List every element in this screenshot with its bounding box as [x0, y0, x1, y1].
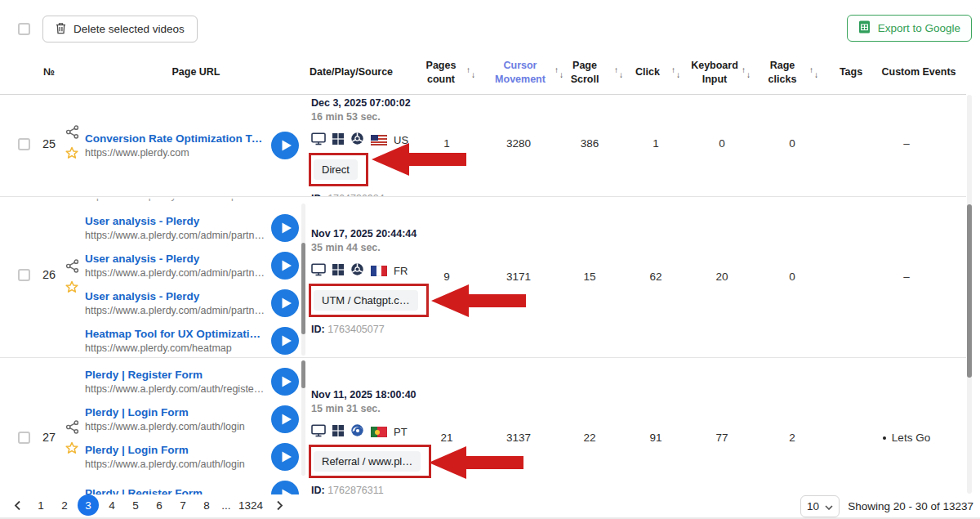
page-title-link[interactable]: User analysis - Plerdy — [85, 253, 266, 265]
table-row: 27 Plerdy | Register Form https://www.a.… — [0, 357, 966, 494]
export-to-google-button[interactable]: Export to Google — [847, 15, 972, 42]
rage-clicks-value: 0 — [768, 271, 817, 283]
row-checkbox[interactable] — [18, 269, 30, 281]
page-title-link[interactable]: Plerdy | Login Form — [85, 406, 266, 418]
sort-icon[interactable] — [670, 65, 684, 82]
click-value: 1 — [631, 137, 680, 150]
annotation-arrow — [431, 284, 528, 317]
pagination-next-button[interactable] — [269, 494, 290, 516]
rage-clicks-value: 2 — [768, 432, 817, 444]
pages-count-value: 1 — [422, 137, 471, 150]
click-value: 62 — [631, 271, 680, 283]
page-title-link[interactable]: Heatmap Tool for UX Optimization: Maxi… — [85, 328, 266, 340]
star-icon[interactable] — [65, 441, 78, 458]
play-button[interactable] — [271, 368, 299, 396]
page-title-link[interactable]: User analysis - Plerdy — [85, 215, 266, 227]
column-header-page-scroll[interactable]: Page Scroll — [564, 51, 605, 94]
share-icon[interactable] — [65, 259, 79, 276]
delete-selected-button[interactable]: Delete selected videos — [42, 16, 198, 43]
cursor-movement-value: 3171 — [490, 271, 547, 283]
column-header-keyboard-input[interactable]: Keyboard Input — [686, 51, 743, 94]
sort-icon[interactable] — [808, 65, 822, 82]
pagination-page-button[interactable]: 2 — [54, 494, 75, 516]
pagination-prev-button[interactable] — [7, 494, 28, 516]
session-duration: 15 min 31 sec. — [311, 403, 442, 414]
page-title-link[interactable]: User analysis - Plerdy — [85, 290, 266, 302]
column-header-tags: Tags — [831, 51, 871, 94]
play-button[interactable] — [271, 327, 299, 355]
star-icon[interactable] — [65, 280, 78, 297]
sort-icon[interactable] — [613, 65, 626, 82]
traffic-source-chip[interactable]: Direct — [314, 159, 358, 180]
pagination-ellipsis: ... — [220, 494, 233, 516]
per-page-select[interactable]: 10 — [800, 495, 840, 517]
custom-events-value: Lets Go — [862, 432, 951, 444]
traffic-source-chip[interactable]: Referral / www.pl… — [314, 451, 421, 472]
page-url-text: https://www.a.plerdy.com/admin/partners?… — [85, 305, 266, 316]
column-header-cursor-movement[interactable]: Cursor Movement — [485, 51, 555, 94]
column-header-click[interactable]: Click — [627, 51, 668, 94]
annotation-arrow — [429, 446, 525, 479]
pages-count-value: 21 — [422, 432, 471, 444]
play-button[interactable] — [271, 214, 299, 242]
share-icon[interactable] — [65, 420, 79, 437]
pagination-page-button[interactable]: 6 — [149, 494, 170, 516]
play-button[interactable] — [271, 443, 299, 471]
star-icon[interactable] — [65, 146, 78, 163]
pagination-page-button[interactable]: 5 — [125, 494, 146, 516]
table-scrollbar-thumb[interactable] — [967, 204, 972, 378]
inner-scrollbar-track[interactable] — [301, 360, 305, 476]
inner-scrollbar-thumb[interactable] — [301, 360, 305, 388]
pagination-page-button[interactable]: 1 — [30, 494, 51, 516]
chrome-icon — [350, 132, 364, 149]
play-button[interactable] — [271, 481, 299, 494]
play-button[interactable] — [271, 289, 299, 317]
pagination-last-page-button[interactable]: 1324 — [235, 494, 266, 516]
desktop-icon — [311, 132, 326, 149]
session-date: Dec 3, 2025 07:00:02 — [311, 97, 442, 109]
page-url-text: https://www.a.plerdy.com/admin/partners?… — [85, 267, 266, 279]
share-icon[interactable] — [65, 125, 79, 142]
inner-scrollbar-thumb[interactable] — [301, 243, 305, 334]
page-title-link[interactable]: Plerdy | Login Form — [85, 444, 266, 456]
page-url-text: https://www.a.plerdy.com/admin/partners?… — [85, 230, 266, 241]
pagination-page-button[interactable]: 8 — [196, 494, 217, 516]
annotation-red-box: Referral / www.pl… — [309, 445, 431, 478]
column-header-pages-count[interactable]: Pages count — [418, 51, 464, 94]
page-url-text: https://www.a.plerdy.com/auth/register?a… — [85, 383, 266, 395]
click-value: 91 — [631, 432, 680, 444]
page-title-link[interactable]: Conversion Rate Optimization Tools – Ple… — [85, 132, 266, 145]
pagination-page-button[interactable]: 4 — [101, 494, 122, 516]
traffic-source-chip[interactable]: UTM / Chatgpt.c… — [314, 290, 418, 311]
sort-icon[interactable] — [466, 65, 479, 82]
page-title-link[interactable]: Plerdy | Register Form — [85, 369, 266, 381]
select-all-checkbox[interactable] — [18, 23, 30, 35]
trash-icon — [56, 22, 66, 37]
page-scroll-value: 15 — [565, 271, 614, 283]
pagination-page-button[interactable]: 7 — [172, 494, 194, 516]
page-entry: Plerdy | Register Form https://www.a.ple… — [85, 363, 299, 400]
row-number: 26 — [38, 268, 60, 281]
row-checkbox[interactable] — [18, 432, 30, 444]
page-scroll-value: 386 — [565, 137, 614, 150]
page-entry: Plerdy | Login Form https://www.a.plerdy… — [85, 400, 299, 438]
sort-icon[interactable] — [741, 65, 754, 82]
play-button[interactable] — [271, 252, 299, 280]
table-row: 25 Conversion Rate Optimization Tools – … — [0, 95, 966, 196]
page-title-link[interactable]: Plerdy | Register Form — [85, 487, 266, 494]
inner-scrollbar-track[interactable] — [301, 204, 305, 356]
edge-browser-icon — [350, 423, 364, 441]
row-checkbox[interactable] — [18, 138, 30, 150]
showing-range-text: Showing 20 - 30 of 13237 — [848, 500, 973, 512]
custom-events-value: – — [862, 271, 951, 283]
pagination-page-button-active[interactable]: 3 — [78, 494, 99, 516]
column-header-rage-clicks[interactable]: Rage clicks — [761, 51, 804, 94]
play-button[interactable] — [271, 132, 299, 159]
bullet-icon — [883, 436, 886, 440]
play-button[interactable] — [271, 405, 299, 433]
table-scrollbar-track[interactable] — [967, 95, 972, 494]
per-page-value: 10 — [807, 500, 819, 512]
session-id: ID: 1763405077 — [311, 324, 442, 335]
desktop-icon — [311, 424, 326, 441]
table-header: № Page URL Date/Play/Source Pages count … — [0, 51, 966, 96]
